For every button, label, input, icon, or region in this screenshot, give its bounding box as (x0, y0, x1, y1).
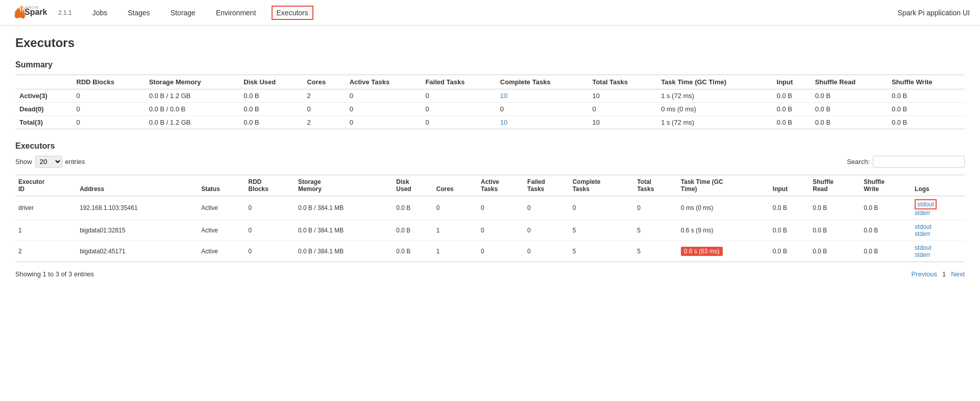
exec-col-failed: FailedTasks (524, 175, 570, 196)
executors-table: ExecutorID Address Status RDDBlocks Stor… (15, 175, 965, 262)
exec-rdd: 0 (246, 196, 295, 220)
summary-header-row: RDD Blocks Storage Memory Disk Used Core… (15, 75, 965, 89)
exec-complete: 5 (570, 220, 634, 241)
stdout-link[interactable]: stdout (917, 201, 934, 208)
summary-cell: 0.0 B (811, 103, 888, 116)
summary-col-cores: Cores (303, 75, 345, 89)
stderr-link[interactable]: stderr (915, 209, 930, 217)
search-input[interactable] (873, 156, 965, 168)
spark-logo-icon: Spark APACHE (10, 4, 56, 22)
svg-text:APACHE: APACHE (24, 6, 39, 9)
summary-cell: Total(3) (15, 116, 72, 129)
next-button[interactable]: Next (951, 270, 965, 278)
summary-cell: 0 (346, 116, 422, 129)
summary-cell: 0.0 B (239, 116, 303, 129)
search-box: Search: (847, 156, 965, 168)
summary-col-shuffle-write: Shuffle Write (888, 75, 965, 89)
show-label: Show (15, 158, 32, 166)
page-content: Executors Summary RDD Blocks Storage Mem… (0, 26, 980, 288)
exec-failed: 0 (524, 241, 570, 262)
executors-title: Executors (15, 141, 965, 151)
summary-col-disk: Disk Used (239, 75, 303, 89)
show-select[interactable]: 20 50 100 (35, 156, 62, 168)
exec-storage: 0.0 B / 384.1 MB (295, 220, 393, 241)
summary-col-total-tasks: Total Tasks (588, 75, 657, 89)
exec-address: bigdata02:45171 (77, 241, 198, 262)
exec-id: 1 (15, 220, 77, 241)
showing-label: Showing 1 to 3 of 3 entries (15, 270, 94, 278)
summary-cell: 10 (588, 116, 657, 129)
exec-cores: 0 (433, 196, 478, 220)
exec-failed: 0 (524, 220, 570, 241)
stderr-link[interactable]: stderr (915, 230, 930, 238)
exec-col-total: TotalTasks (634, 175, 678, 196)
summary-col-input: Input (773, 75, 811, 89)
summary-cell: 0.0 B / 0.0 B (145, 103, 239, 116)
exec-id: 2 (15, 241, 77, 262)
summary-cell: 0.0 B (888, 116, 965, 129)
exec-col-rdd: RDDBlocks (246, 175, 295, 196)
exec-logs: stdoutstderr (912, 241, 965, 262)
summary-cell: 0 (72, 103, 145, 116)
navbar: Spark APACHE 2.1.1 Jobs Stages Storage E… (0, 0, 980, 26)
summary-row: Active(3)00.0 B / 1.2 GB0.0 B20010101 s … (15, 89, 965, 103)
nav-links: Jobs Stages Storage Environment Executor… (87, 6, 898, 20)
summary-cell: 0 (588, 103, 657, 116)
exec-rdd: 0 (246, 220, 295, 241)
exec-shuffle-read: 0.0 B (810, 220, 861, 241)
nav-stages[interactable]: Stages (122, 6, 155, 20)
exec-shuffle-write: 0.0 B (861, 220, 912, 241)
nav-environment[interactable]: Environment (211, 6, 261, 20)
exec-complete: 0 (570, 196, 634, 220)
exec-col-status: Status (198, 175, 245, 196)
exec-tasktime: 0 ms (0 ms) (678, 196, 770, 220)
summary-cell: 0.0 B (239, 103, 303, 116)
exec-col-complete: CompleteTasks (570, 175, 634, 196)
exec-total: 0 (634, 196, 678, 220)
exec-id: driver (15, 196, 77, 220)
summary-cell: Dead(0) (15, 103, 72, 116)
summary-cell: 10 (496, 116, 589, 129)
table-row: 2 bigdata02:45171 Active 0 0.0 B / 384.1… (15, 241, 965, 262)
nav-executors[interactable]: Executors (272, 6, 313, 20)
prev-button[interactable]: Previous (911, 270, 937, 278)
exec-col-logs: Logs (912, 175, 965, 196)
table-row: driver 192.168.1.103:35461 Active 0 0.0 … (15, 196, 965, 220)
entries-label: entries (65, 158, 85, 166)
nav-storage[interactable]: Storage (165, 6, 201, 20)
nav-jobs[interactable]: Jobs (87, 6, 113, 20)
summary-col-active-tasks: Active Tasks (346, 75, 422, 89)
summary-title: Summary (15, 60, 965, 69)
executors-controls: Show 20 50 100 entries Search: (15, 156, 965, 168)
exec-status: Active (198, 220, 245, 241)
summary-col-failed-tasks: Failed Tasks (421, 75, 496, 89)
summary-col-label (15, 75, 72, 89)
summary-cell: 0 (346, 89, 422, 103)
summary-cell: Active(3) (15, 89, 72, 103)
summary-cell: 2 (303, 89, 345, 103)
summary-row: Total(3)00.0 B / 1.2 GB0.0 B20010101 s (… (15, 116, 965, 129)
stderr-link[interactable]: stderr (915, 251, 930, 258)
exec-col-tasktime: Task Time (GCTime) (678, 175, 770, 196)
exec-complete: 5 (570, 241, 634, 262)
stdout-link[interactable]: stdout (915, 244, 932, 251)
exec-total: 5 (634, 220, 678, 241)
summary-cell: 0 (72, 116, 145, 129)
search-label: Search: (847, 158, 870, 166)
exec-col-disk: DiskUsed (393, 175, 433, 196)
pagination: Previous 1 Next (911, 270, 965, 278)
summary-cell: 0.0 B (773, 103, 811, 116)
exec-rdd: 0 (246, 241, 295, 262)
summary-cell: 10 (496, 89, 589, 103)
exec-address: bigdata01:32815 (77, 220, 198, 241)
stdout-link[interactable]: stdout (915, 223, 932, 230)
exec-disk: 0.0 B (393, 220, 433, 241)
summary-col-complete-tasks: Complete Tasks (496, 75, 589, 89)
exec-col-active: ActiveTasks (478, 175, 524, 196)
summary-cell: 0.0 B (888, 103, 965, 116)
exec-logs: stdoutstderr (912, 220, 965, 241)
summary-cell: 0 ms (0 ms) (657, 103, 772, 116)
summary-row: Dead(0)00.0 B / 0.0 B0.0 B000000 ms (0 m… (15, 103, 965, 116)
exec-shuffle-read: 0.0 B (810, 196, 861, 220)
summary-cell: 0.0 B (773, 116, 811, 129)
